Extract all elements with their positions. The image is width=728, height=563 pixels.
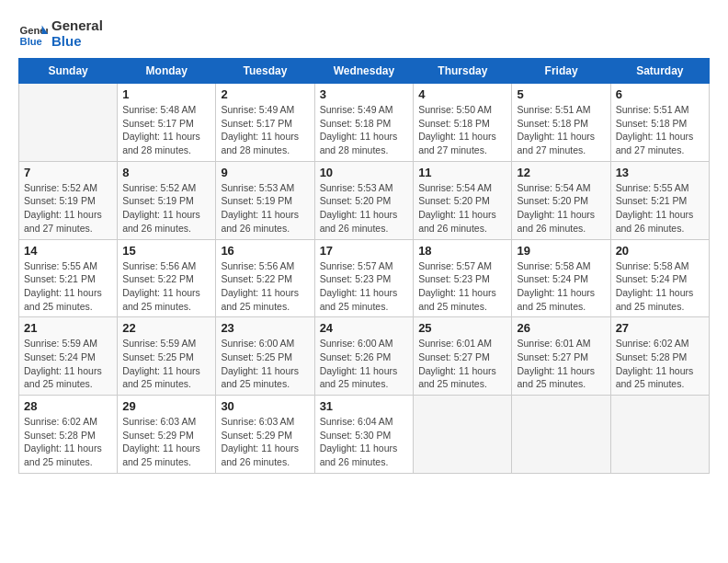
day-info: Sunrise: 5:59 AMSunset: 5:25 PMDaylight:… [122,337,210,391]
calendar-cell: 6Sunrise: 5:51 AMSunset: 5:18 PMDaylight… [610,84,709,162]
calendar-cell: 19Sunrise: 5:58 AMSunset: 5:24 PMDayligh… [512,239,610,317]
calendar-cell [19,84,118,162]
day-number: 25 [418,321,506,335]
day-number: 4 [418,87,506,101]
day-info: Sunrise: 5:53 AMSunset: 5:20 PMDaylight:… [320,181,409,236]
calendar-cell: 12Sunrise: 5:54 AMSunset: 5:20 PMDayligh… [512,161,610,239]
day-number: 8 [122,166,210,179]
day-info: Sunrise: 5:59 AMSunset: 5:24 PMDaylight:… [24,337,112,391]
week-row-5: 28Sunrise: 6:02 AMSunset: 5:28 PMDayligh… [19,396,710,474]
calendar-cell [610,396,709,474]
day-info: Sunrise: 6:02 AMSunset: 5:28 PMDaylight:… [616,337,704,391]
day-number: 2 [221,87,309,101]
logo-general: General [51,18,103,34]
day-number: 6 [616,87,704,101]
day-number: 20 [616,244,704,258]
day-info: Sunrise: 5:50 AMSunset: 5:18 PMDaylight:… [418,103,506,157]
calendar-header: SundayMondayTuesdayWednesdayThursdayFrid… [19,59,710,84]
day-number: 23 [221,321,309,335]
weekday-thursday: Thursday [414,59,512,84]
day-number: 28 [24,399,112,413]
calendar-cell: 13Sunrise: 5:55 AMSunset: 5:21 PMDayligh… [610,161,709,239]
weekday-friday: Friday [512,59,610,84]
day-number: 29 [122,399,210,413]
day-info: Sunrise: 5:54 AMSunset: 5:20 PMDaylight:… [418,181,506,236]
day-info: Sunrise: 5:51 AMSunset: 5:18 PMDaylight:… [517,103,605,157]
day-number: 3 [320,87,409,101]
day-info: Sunrise: 5:54 AMSunset: 5:20 PMDaylight:… [517,181,605,236]
week-row-3: 14Sunrise: 5:55 AMSunset: 5:21 PMDayligh… [19,239,710,317]
day-number: 26 [517,321,605,335]
day-info: Sunrise: 5:52 AMSunset: 5:19 PMDaylight:… [122,181,210,236]
calendar-cell: 26Sunrise: 6:01 AMSunset: 5:27 PMDayligh… [512,317,610,396]
calendar-cell: 10Sunrise: 5:53 AMSunset: 5:20 PMDayligh… [314,161,414,239]
day-number: 11 [418,166,506,179]
day-number: 19 [517,244,605,258]
day-number: 21 [24,321,112,335]
day-info: Sunrise: 5:57 AMSunset: 5:23 PMDaylight:… [418,259,506,314]
day-number: 27 [616,321,704,335]
calendar-cell: 11Sunrise: 5:54 AMSunset: 5:20 PMDayligh… [414,161,512,239]
weekday-tuesday: Tuesday [216,59,314,84]
week-row-1: 1Sunrise: 5:48 AMSunset: 5:17 PMDaylight… [19,84,710,162]
logo-blue: Blue [51,34,103,50]
day-number: 24 [320,321,409,335]
day-info: Sunrise: 6:00 AMSunset: 5:26 PMDaylight:… [320,337,409,391]
calendar-cell: 18Sunrise: 5:57 AMSunset: 5:23 PMDayligh… [414,239,512,317]
day-info: Sunrise: 6:03 AMSunset: 5:29 PMDaylight:… [221,415,309,469]
day-info: Sunrise: 6:02 AMSunset: 5:28 PMDaylight:… [24,415,112,469]
calendar-cell: 9Sunrise: 5:53 AMSunset: 5:19 PMDaylight… [216,161,314,239]
logo: General Blue General Blue [18,18,103,49]
week-row-4: 21Sunrise: 5:59 AMSunset: 5:24 PMDayligh… [19,317,710,396]
day-info: Sunrise: 5:52 AMSunset: 5:19 PMDaylight:… [24,181,112,236]
calendar-cell: 14Sunrise: 5:55 AMSunset: 5:21 PMDayligh… [19,239,118,317]
calendar-cell: 17Sunrise: 5:57 AMSunset: 5:23 PMDayligh… [314,239,414,317]
calendar-cell: 28Sunrise: 6:02 AMSunset: 5:28 PMDayligh… [19,396,118,474]
day-number: 14 [24,244,112,258]
calendar-cell: 29Sunrise: 6:03 AMSunset: 5:29 PMDayligh… [118,396,216,474]
calendar-cell: 25Sunrise: 6:01 AMSunset: 5:27 PMDayligh… [414,317,512,396]
weekday-wednesday: Wednesday [314,59,414,84]
day-number: 18 [418,244,506,258]
day-info: Sunrise: 5:58 AMSunset: 5:24 PMDaylight:… [616,259,704,314]
day-info: Sunrise: 6:01 AMSunset: 5:27 PMDaylight:… [517,337,605,391]
day-info: Sunrise: 5:57 AMSunset: 5:23 PMDaylight:… [320,259,409,314]
calendar-cell: 24Sunrise: 6:00 AMSunset: 5:26 PMDayligh… [314,317,414,396]
day-number: 1 [122,87,210,101]
calendar-cell: 31Sunrise: 6:04 AMSunset: 5:30 PMDayligh… [314,396,414,474]
logo-icon: General Blue [18,19,48,49]
day-number: 15 [122,244,210,258]
header: General Blue General Blue [18,18,710,49]
calendar-cell: 15Sunrise: 5:56 AMSunset: 5:22 PMDayligh… [118,239,216,317]
day-info: Sunrise: 5:56 AMSunset: 5:22 PMDaylight:… [221,259,309,314]
day-info: Sunrise: 5:49 AMSunset: 5:17 PMDaylight:… [221,103,309,157]
calendar-cell [512,396,610,474]
calendar-cell [414,396,512,474]
calendar-cell: 23Sunrise: 6:00 AMSunset: 5:25 PMDayligh… [216,317,314,396]
weekday-sunday: Sunday [19,59,118,84]
calendar-cell: 16Sunrise: 5:56 AMSunset: 5:22 PMDayligh… [216,239,314,317]
calendar-cell: 8Sunrise: 5:52 AMSunset: 5:19 PMDaylight… [118,161,216,239]
calendar-cell: 30Sunrise: 6:03 AMSunset: 5:29 PMDayligh… [216,396,314,474]
day-info: Sunrise: 5:55 AMSunset: 5:21 PMDaylight:… [24,259,112,314]
day-info: Sunrise: 5:58 AMSunset: 5:24 PMDaylight:… [517,259,605,314]
calendar-cell: 7Sunrise: 5:52 AMSunset: 5:19 PMDaylight… [19,161,118,239]
calendar-table: SundayMondayTuesdayWednesdayThursdayFrid… [18,58,710,474]
day-info: Sunrise: 6:00 AMSunset: 5:25 PMDaylight:… [221,337,309,391]
calendar-cell: 3Sunrise: 5:49 AMSunset: 5:18 PMDaylight… [314,84,414,162]
day-number: 31 [320,399,409,413]
day-number: 30 [221,399,309,413]
day-info: Sunrise: 5:53 AMSunset: 5:19 PMDaylight:… [221,181,309,236]
weekday-monday: Monday [118,59,216,84]
calendar-cell: 27Sunrise: 6:02 AMSunset: 5:28 PMDayligh… [610,317,709,396]
day-number: 10 [320,166,409,179]
day-info: Sunrise: 6:04 AMSunset: 5:30 PMDaylight:… [320,415,409,469]
day-info: Sunrise: 5:48 AMSunset: 5:17 PMDaylight:… [122,103,210,157]
calendar-cell: 4Sunrise: 5:50 AMSunset: 5:18 PMDaylight… [414,84,512,162]
day-info: Sunrise: 5:49 AMSunset: 5:18 PMDaylight:… [320,103,409,157]
day-number: 17 [320,244,409,258]
calendar-body: 1Sunrise: 5:48 AMSunset: 5:17 PMDaylight… [19,84,710,474]
calendar-cell: 2Sunrise: 5:49 AMSunset: 5:17 PMDaylight… [216,84,314,162]
day-info: Sunrise: 6:01 AMSunset: 5:27 PMDaylight:… [418,337,506,391]
day-info: Sunrise: 6:03 AMSunset: 5:29 PMDaylight:… [122,415,210,469]
